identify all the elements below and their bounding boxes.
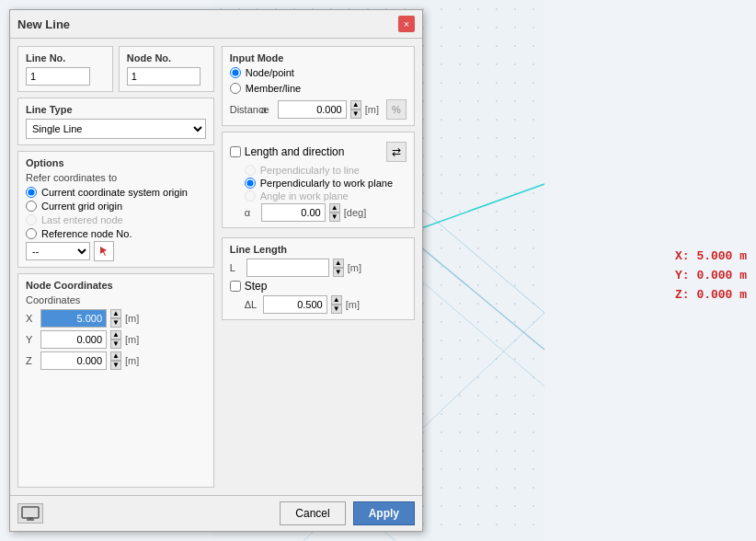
refer-coords-radio-group: Current coordinate system origin Current…: [26, 187, 206, 239]
coord-x-input[interactable]: [40, 309, 107, 328]
radio-reference-node-label: Reference node No.: [41, 228, 132, 239]
alpha-spin: ▲ ▼: [329, 203, 340, 222]
coord-z-spin-down[interactable]: ▼: [110, 361, 121, 370]
dialog-titlebar: New Line ×: [10, 10, 422, 39]
dialog-close-button[interactable]: ×: [398, 16, 415, 32]
coord-z-input[interactable]: [40, 351, 107, 370]
input-mode-section: Input Mode Node/point Member/line Distan…: [222, 46, 415, 126]
cad-coord-x: X: 5.000 m: [675, 247, 747, 267]
radio-member-line[interactable]: Member/line: [230, 83, 407, 94]
radio-node-point-input[interactable]: [230, 67, 241, 78]
radio-reference-node[interactable]: Reference node No.: [26, 228, 206, 239]
coord-y-spin-down[interactable]: ▼: [110, 340, 121, 349]
coord-x-row: X ▲ ▼ [m]: [26, 309, 206, 328]
distance-spin: ▲ ▼: [350, 100, 361, 119]
radio-current-grid-input[interactable]: [26, 201, 37, 212]
coord-x-spin-up[interactable]: ▲: [110, 309, 121, 318]
coord-x-spin-down[interactable]: ▼: [110, 318, 121, 328]
radio-node-point[interactable]: Node/point: [230, 67, 407, 78]
radio-current-coord-system-input[interactable]: [26, 187, 37, 198]
delta-spin: ▲ ▼: [331, 295, 342, 314]
screen-icon-button[interactable]: [17, 503, 43, 524]
node-coords-label: Node Coordinates: [26, 280, 206, 291]
length-direction-section: Length and direction ⇄ Perpendicularly t…: [222, 132, 415, 228]
radio-perp-line[interactable]: Perpendicularly to line: [245, 165, 407, 176]
alpha-input[interactable]: [261, 203, 326, 222]
cursor-icon: [98, 246, 109, 257]
distance-spin-down[interactable]: ▼: [350, 109, 361, 119]
length-dir-label: Length and direction: [245, 145, 345, 158]
dialog-title: New Line: [17, 17, 70, 31]
delta-row: ΔL ▲ ▼ [m]: [245, 295, 407, 314]
svg-marker-19: [100, 247, 107, 256]
delta-label: ΔL: [245, 299, 259, 310]
coord-y-input[interactable]: [40, 330, 107, 349]
L-input[interactable]: [246, 259, 329, 277]
line-type-select[interactable]: Single Line: [26, 119, 206, 139]
line-length-label: Line Length: [230, 244, 407, 255]
radio-perp-workplane[interactable]: Perpendicularly to work plane: [245, 178, 407, 189]
refer-coords-label: Refer coordinates to: [26, 172, 206, 183]
node-no-section: Node No.: [119, 46, 214, 92]
apply-button[interactable]: Apply: [353, 501, 415, 525]
coord-y-spin-up[interactable]: ▲: [110, 330, 121, 340]
radio-current-grid[interactable]: Current grid origin: [26, 201, 206, 212]
radio-perp-workplane-label: Perpendicularly to work plane: [260, 178, 393, 189]
coord-z-spin: ▲ ▼: [110, 351, 121, 370]
right-panel: Input Mode Node/point Member/line Distan…: [222, 46, 415, 488]
radio-angle-workplane-label: Angle in work plane: [260, 190, 349, 201]
radio-member-line-input[interactable]: [230, 83, 241, 94]
step-label: Step: [245, 280, 268, 293]
length-dir-row: Length and direction ⇄: [230, 142, 407, 162]
distance-spin-up[interactable]: ▲: [350, 100, 361, 109]
distance-row: Distance a ▲ ▼ [m] %: [230, 99, 407, 120]
radio-current-coord-system[interactable]: Current coordinate system origin: [26, 187, 206, 198]
coords-sub-label: Coordinates: [26, 294, 206, 305]
coord-x-spin: ▲ ▼: [110, 309, 121, 328]
percent-button[interactable]: %: [386, 99, 407, 120]
ref-node-select[interactable]: --: [26, 242, 90, 260]
cancel-button[interactable]: Cancel: [280, 501, 345, 525]
L-row: L ▲ ▼ [m]: [230, 259, 407, 277]
ref-node-row: --: [26, 241, 206, 261]
left-panel: Line No. Node No. Line Type Single Line …: [17, 46, 214, 488]
coord-y-label: Y: [26, 334, 37, 345]
coord-x-label: X: [26, 313, 37, 324]
radio-perp-workplane-input[interactable]: [245, 178, 256, 189]
delta-input[interactable]: [263, 295, 327, 314]
L-label: L: [230, 262, 243, 273]
options-section: Options Refer coordinates to Current coo…: [17, 151, 214, 268]
length-dir-checkbox[interactable]: [230, 146, 241, 157]
radio-reference-node-input[interactable]: [26, 228, 37, 239]
node-no-input[interactable]: [127, 67, 200, 86]
new-line-dialog: New Line × Line No. Node No. Line Type: [9, 9, 423, 532]
line-length-section: Line Length L ▲ ▼ [m] Step ΔL: [222, 237, 415, 320]
alpha-spin-up[interactable]: ▲: [329, 203, 340, 213]
delta-unit: [m]: [346, 299, 360, 310]
L-spin-up[interactable]: ▲: [333, 259, 344, 268]
svg-rect-20: [22, 507, 39, 518]
radio-member-line-label: Member/line: [246, 83, 302, 94]
line-type-section: Line Type Single Line: [17, 98, 214, 145]
swap-icon-button[interactable]: ⇄: [386, 142, 407, 162]
line-no-input[interactable]: [26, 67, 90, 86]
node-coords-section: Node Coordinates Coordinates X ▲ ▼ [m] Y…: [17, 273, 214, 488]
coord-z-spin-up[interactable]: ▲: [110, 351, 121, 361]
step-checkbox[interactable]: [230, 281, 241, 292]
radio-perp-line-input: [245, 165, 256, 176]
alpha-spin-down[interactable]: ▼: [329, 213, 340, 222]
distance-unit: [m]: [365, 104, 379, 115]
coord-y-unit: [m]: [125, 334, 139, 345]
cad-coord-z: Z: 0.000 m: [675, 286, 747, 305]
delta-spin-down[interactable]: ▼: [331, 305, 342, 314]
radio-last-entered-input: [26, 214, 37, 225]
L-spin-down[interactable]: ▼: [333, 268, 344, 277]
length-dir-options: Perpendicularly to line Perpendicularly …: [245, 165, 407, 201]
radio-angle-workplane[interactable]: Angle in work plane: [245, 190, 407, 201]
ref-node-pick-button[interactable]: [94, 241, 114, 261]
delta-spin-up[interactable]: ▲: [331, 295, 342, 305]
distance-input[interactable]: [278, 100, 347, 119]
radio-last-entered[interactable]: Last entered node: [26, 214, 206, 225]
alpha-unit: [deg]: [344, 207, 366, 218]
line-node-row: Line No. Node No.: [17, 46, 214, 92]
